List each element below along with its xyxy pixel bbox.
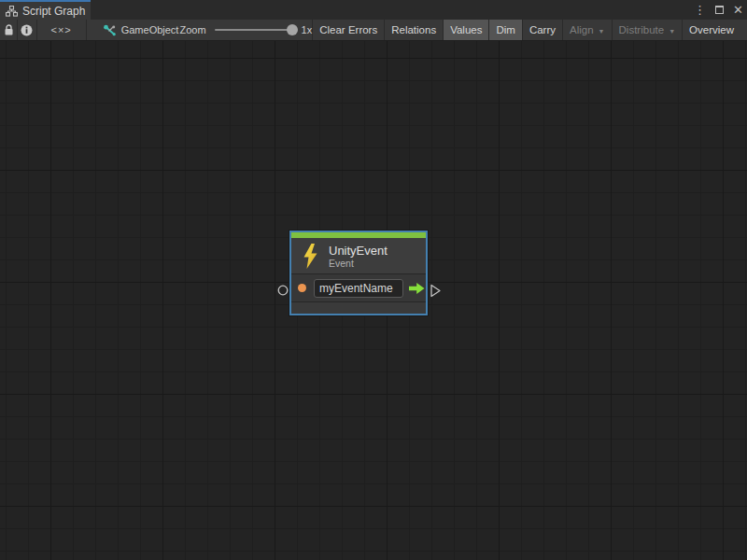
align-dropdown[interactable]: Align ▼	[563, 20, 613, 40]
zoom-control: Zoom 1x	[179, 20, 313, 40]
node-title: UnityEvent	[329, 244, 388, 258]
input-control-port[interactable]	[277, 285, 289, 296]
script-graph-icon	[6, 6, 18, 17]
align-label: Align	[570, 24, 594, 35]
values-toggle[interactable]: Values	[444, 20, 489, 40]
tab-script-graph[interactable]: Script Graph	[0, 0, 91, 20]
node-header[interactable]: UnityEvent Event	[291, 238, 426, 274]
graph-asset-icon	[103, 24, 117, 36]
graph-toolbar: <×> GameObject Zoom 1x Clear Errors Rela…	[0, 20, 747, 41]
window-controls: ⋮ ✕	[694, 0, 743, 20]
menu-icon[interactable]: ⋮	[694, 0, 706, 20]
flow-arrow-icon	[409, 282, 425, 295]
code-preview-toggle[interactable]: <×>	[37, 20, 87, 40]
zoom-slider-thumb[interactable]	[287, 24, 298, 35]
maximize-icon[interactable]	[715, 6, 724, 14]
relations-toggle[interactable]: Relations	[385, 20, 444, 40]
chevron-down-icon: ▼	[669, 28, 675, 35]
zoom-label: Zoom	[179, 24, 205, 35]
close-icon[interactable]: ✕	[733, 0, 743, 20]
output-control-port[interactable]	[430, 284, 442, 298]
carry-toggle[interactable]: Carry	[523, 20, 563, 40]
unity-event-node[interactable]: UnityEvent Event	[289, 231, 428, 315]
code-toggle-label: <×>	[50, 24, 71, 35]
node-subtitle: Event	[329, 258, 388, 269]
dim-toggle[interactable]: Dim	[489, 20, 522, 40]
zoom-value: 1x	[302, 24, 313, 35]
script-graph-window: Script Graph ⋮ ✕ <×>	[0, 0, 747, 560]
zoom-slider[interactable]	[215, 29, 293, 31]
node-body	[291, 274, 426, 302]
overview-button[interactable]: Overview	[683, 20, 747, 40]
value-input-port[interactable]	[298, 284, 306, 292]
graph-canvas[interactable]: UnityEvent Event	[0, 41, 747, 560]
distribute-label: Distribute	[619, 24, 665, 35]
distribute-dropdown[interactable]: Distribute ▼	[613, 20, 684, 40]
tab-label: Script Graph	[22, 5, 85, 18]
node-footer	[291, 302, 426, 312]
lock-button[interactable]	[0, 20, 18, 40]
lightning-bolt-icon	[303, 244, 317, 269]
event-name-input[interactable]	[314, 279, 403, 298]
lock-icon	[4, 24, 14, 36]
tab-bar: Script Graph ⋮ ✕	[0, 0, 747, 20]
clear-errors-button[interactable]: Clear Errors	[313, 20, 385, 40]
info-icon	[21, 24, 33, 36]
graph-target[interactable]: GameObject	[87, 20, 180, 40]
info-button[interactable]	[18, 20, 36, 40]
chevron-down-icon: ▼	[599, 28, 605, 35]
target-label: GameObject	[121, 24, 179, 35]
